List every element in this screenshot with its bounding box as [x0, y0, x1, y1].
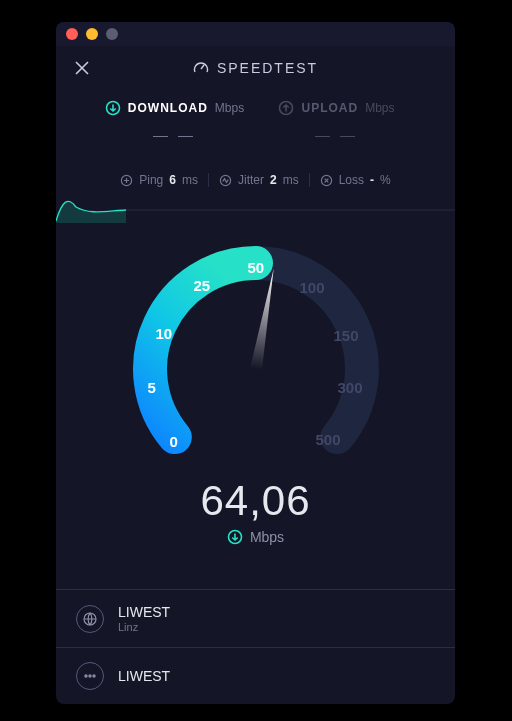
download-icon — [105, 100, 121, 116]
divider — [309, 173, 310, 187]
app-window: SPEEDTEST DOWNLOAD Mbps — — — [56, 22, 455, 704]
server-row[interactable]: LIWEST Linz — [56, 589, 455, 647]
jitter-label: Jitter — [238, 173, 264, 187]
traffic-lights — [66, 28, 118, 40]
speed-gauge: 0 5 10 25 50 100 150 300 500 — [106, 229, 406, 489]
tick-50: 50 — [248, 259, 265, 276]
loss-value: - — [370, 173, 374, 187]
svg-point-8 — [85, 675, 87, 677]
stat-jitter: Jitter 2 ms — [219, 173, 299, 187]
tick-25: 25 — [194, 277, 211, 294]
ping-value: 6 — [169, 173, 176, 187]
svg-point-10 — [93, 675, 95, 677]
upload-label: UPLOAD — [301, 101, 358, 115]
globe-icon — [76, 605, 104, 633]
window-minimize-button[interactable] — [86, 28, 98, 40]
server-location: Linz — [118, 621, 170, 633]
tick-300: 300 — [338, 379, 363, 396]
tab-upload[interactable]: UPLOAD Mbps — — — [267, 100, 407, 143]
jitter-unit: ms — [283, 173, 299, 187]
divider — [208, 173, 209, 187]
loss-icon — [320, 174, 333, 187]
network-icon — [76, 662, 104, 690]
ping-icon — [120, 174, 133, 187]
download-label: DOWNLOAD — [128, 101, 208, 115]
jitter-value: 2 — [270, 173, 277, 187]
upload-value: — — — [315, 126, 358, 143]
throughput-sparkline — [56, 193, 455, 223]
gauge-icon — [193, 60, 209, 76]
speed-unit: Mbps — [250, 529, 284, 545]
isp-name: LIWEST — [118, 668, 170, 684]
dl-ul-row: DOWNLOAD Mbps — — UPLOAD Mbps — — — [56, 100, 455, 143]
brand-title: SPEEDTEST — [217, 60, 318, 76]
ping-unit: ms — [182, 173, 198, 187]
isp-row[interactable]: LIWEST — [56, 647, 455, 704]
stat-ping: Ping 6 ms — [120, 173, 198, 187]
server-name: LIWEST — [118, 604, 170, 620]
tick-150: 150 — [334, 327, 359, 344]
tick-0: 0 — [170, 433, 178, 450]
ping-label: Ping — [139, 173, 163, 187]
tick-500: 500 — [316, 431, 341, 448]
titlebar — [56, 22, 455, 46]
loss-label: Loss — [339, 173, 364, 187]
upload-unit: Mbps — [365, 101, 394, 115]
stats-row: Ping 6 ms Jitter 2 ms Loss - % — [56, 173, 455, 187]
download-icon — [227, 529, 243, 545]
tick-10: 10 — [156, 325, 173, 342]
svg-point-9 — [89, 675, 91, 677]
upload-icon — [278, 100, 294, 116]
window-close-button[interactable] — [66, 28, 78, 40]
loss-unit: % — [380, 173, 391, 187]
brand: SPEEDTEST — [193, 60, 318, 76]
download-value: — — — [153, 126, 196, 143]
footer: LIWEST Linz LIWEST — [56, 589, 455, 704]
download-unit: Mbps — [215, 101, 244, 115]
tab-download[interactable]: DOWNLOAD Mbps — — — [105, 100, 245, 143]
close-icon[interactable] — [70, 56, 94, 80]
window-zoom-button[interactable] — [106, 28, 118, 40]
jitter-icon — [219, 174, 232, 187]
header: SPEEDTEST — [56, 46, 455, 90]
stat-loss: Loss - % — [320, 173, 391, 187]
tick-5: 5 — [148, 379, 156, 396]
tick-100: 100 — [300, 279, 325, 296]
svg-marker-5 — [250, 268, 280, 371]
